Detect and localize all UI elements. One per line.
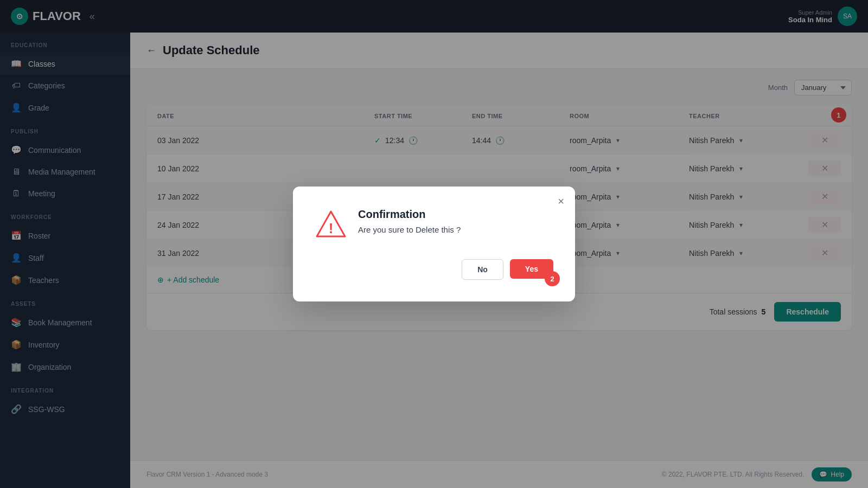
- warning-icon: !: [315, 208, 347, 243]
- modal-title: Confirmation: [358, 208, 461, 221]
- svg-text:!: !: [329, 220, 334, 236]
- modal-message: Are you sure to Delete this ?: [358, 225, 461, 234]
- badge-2: 2: [545, 271, 560, 286]
- confirmation-modal: × ! Confirmation Are you sure to Delete …: [293, 187, 575, 301]
- no-button[interactable]: No: [462, 259, 503, 280]
- modal-close-button[interactable]: ×: [558, 195, 564, 208]
- modal-body: ! Confirmation Are you sure to Delete th…: [315, 208, 553, 243]
- yes-button-wrapper: Yes 2: [510, 259, 553, 280]
- modal-text: Confirmation Are you sure to Delete this…: [358, 208, 461, 234]
- modal-actions: No Yes 2: [315, 259, 553, 280]
- modal-overlay: × ! Confirmation Are you sure to Delete …: [0, 0, 868, 488]
